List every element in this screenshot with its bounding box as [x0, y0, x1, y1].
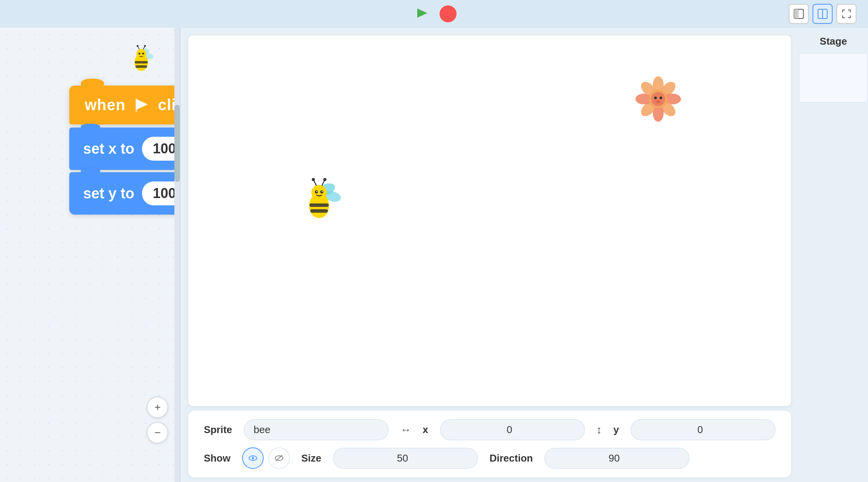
y-label: y	[614, 424, 619, 436]
stage-canvas	[188, 35, 791, 406]
sprite-info-row-1: Sprite ↔ x ↕ y	[204, 419, 776, 440]
svg-point-12	[142, 53, 144, 55]
show-toggle-visible[interactable]	[242, 447, 264, 469]
direction-label: Direction	[490, 452, 533, 464]
sprite-bee-corner	[126, 43, 157, 74]
svg-marker-17	[136, 99, 148, 110]
svg-rect-35	[309, 203, 329, 207]
stage-section: Sprite ↔ x ↕ y Show	[181, 28, 799, 482]
svg-point-30	[660, 97, 662, 99]
direction-input[interactable]	[544, 448, 689, 469]
x-label: x	[423, 424, 428, 436]
code-panel: when clicked set x to 100 set y to 100	[0, 28, 181, 482]
split-view-button[interactable]	[813, 4, 833, 24]
svg-point-16	[144, 45, 146, 47]
set-x-text: set x to	[83, 141, 134, 157]
svg-line-42	[314, 180, 316, 186]
stage-panel-label: Stage	[820, 35, 847, 47]
svg-point-11	[139, 53, 140, 55]
y-input[interactable]	[631, 419, 776, 440]
set-x-block[interactable]: set x to 100	[69, 128, 181, 170]
code-scrollbar[interactable]	[174, 28, 180, 482]
zoom-controls: + −	[147, 396, 168, 443]
playback-controls	[412, 4, 457, 24]
event-block[interactable]: when clicked	[69, 86, 181, 124]
svg-point-28	[651, 92, 665, 106]
top-bar	[0, 0, 868, 28]
set-y-text: set y to	[83, 185, 134, 202]
sprite-name-input[interactable]	[244, 419, 389, 440]
editor-view-button[interactable]	[789, 4, 809, 24]
svg-rect-8	[135, 61, 148, 63]
sprite-label: Sprite	[204, 424, 232, 436]
show-label: Show	[204, 452, 230, 464]
svg-point-47	[252, 457, 254, 459]
svg-point-45	[323, 178, 326, 181]
flag-icon-in-event	[133, 97, 150, 114]
zoom-in-button[interactable]: +	[147, 396, 168, 418]
sprite-info-panel: Sprite ↔ x ↕ y Show	[188, 411, 791, 477]
green-flag-button[interactable]	[412, 4, 432, 24]
svg-rect-2	[794, 9, 799, 18]
zoom-out-button[interactable]: −	[147, 422, 168, 443]
blocks-container: when clicked set x to 100 set y to 100	[69, 86, 181, 215]
svg-rect-18	[135, 98, 137, 112]
svg-point-10	[137, 49, 147, 59]
code-scrollbar-thumb[interactable]	[174, 105, 180, 182]
size-input[interactable]	[333, 448, 478, 469]
stage-side-panel: Stage	[799, 28, 868, 482]
svg-point-31	[657, 100, 660, 103]
sprite-info-row-2: Show Size Direction	[204, 447, 776, 469]
view-controls	[789, 4, 856, 24]
svg-point-29	[654, 97, 657, 99]
svg-point-37	[311, 185, 327, 200]
svg-rect-36	[310, 209, 328, 213]
show-toggle-hidden[interactable]	[268, 447, 290, 469]
main-layout: when clicked set x to 100 set y to 100	[0, 28, 868, 482]
svg-rect-9	[135, 65, 147, 68]
event-text-when: when	[85, 96, 125, 114]
show-toggle-group	[242, 447, 290, 469]
fullscreen-button[interactable]	[836, 4, 856, 24]
size-label: Size	[301, 452, 321, 464]
x-axis-icon: ↔	[400, 424, 411, 436]
svg-point-43	[312, 178, 315, 181]
stop-button[interactable]	[440, 5, 457, 22]
svg-point-41	[322, 191, 323, 192]
x-input[interactable]	[440, 419, 585, 440]
svg-marker-0	[417, 8, 427, 18]
svg-point-14	[137, 45, 139, 47]
stage-thumbnail[interactable]	[799, 53, 868, 103]
set-y-block[interactable]: set y to 100	[69, 172, 181, 215]
stage-flower	[633, 74, 683, 124]
y-axis-icon: ↕	[597, 424, 602, 436]
stage-bee	[296, 174, 346, 224]
svg-point-40	[316, 191, 318, 192]
